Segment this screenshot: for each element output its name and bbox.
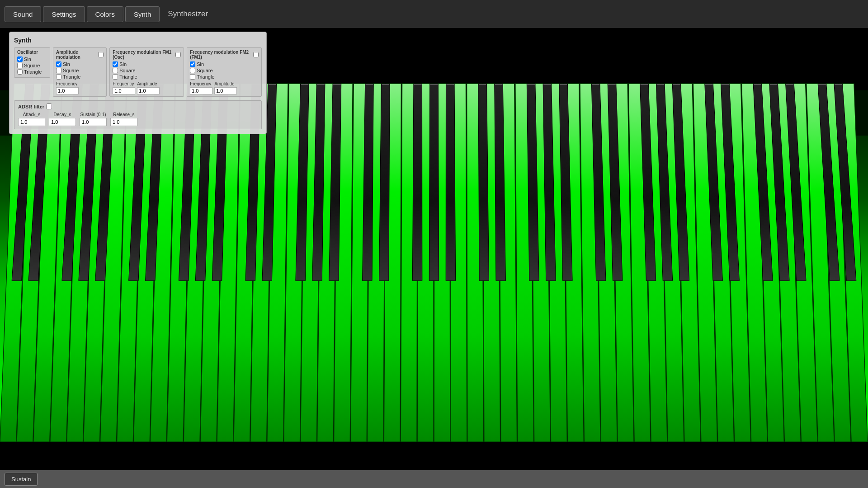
fm2-triangle-label: Triangle [197, 74, 214, 80]
panel-sections: Oscillator Sin Square Triangle Amplitude… [14, 47, 262, 97]
sustain-button[interactable]: Sustain [5, 473, 38, 486]
fm1-square-label: Square [119, 68, 135, 73]
fm1-section: Frequency modulation FM1 (Osc) Sin Squar… [109, 47, 184, 97]
fm1-enable-checkbox[interactable] [175, 52, 181, 57]
settings-tab[interactable]: Settings [43, 6, 85, 22]
fm1-sin-label: Sin [119, 61, 127, 67]
fm2-sin-checkbox[interactable] [190, 61, 195, 67]
fm2-amp-label: Amplitude [214, 81, 237, 86]
fm2-triangle-option: Triangle [190, 74, 259, 80]
osc-triangle-checkbox[interactable] [17, 69, 23, 75]
fm2-section: Frequency modulation FM2 (FM1) Sin Squar… [187, 47, 262, 97]
adsr-attack-label: Attack_s [18, 112, 45, 117]
fm2-square-option: Square [190, 68, 259, 73]
adsr-decay-label: Decay_s [49, 112, 76, 117]
fm1-freq-col: Frequency [113, 81, 135, 94]
osc-square-label: Square [24, 63, 40, 68]
fm1-triangle-label: Triangle [119, 74, 137, 80]
fm2-freq-input[interactable] [190, 87, 212, 94]
adsr-sustain-field: Sustain (0-1) [80, 112, 107, 126]
osc-triangle-option: Triangle [17, 69, 47, 75]
fm1-freq-input[interactable] [113, 87, 135, 94]
amp-sin-checkbox[interactable] [56, 61, 61, 67]
fm2-amp-col: Amplitude [214, 81, 237, 94]
fm1-freq-label: Frequency [113, 81, 135, 86]
fm1-square-option: Square [113, 68, 181, 73]
amp-mod-enable-checkbox[interactable] [98, 52, 104, 57]
amp-sin-label: Sin [63, 61, 70, 67]
fm1-amp-col: Amplitude [137, 81, 160, 94]
sound-tab[interactable]: Sound [5, 6, 41, 22]
fm2-freq-amp-row: Frequency Amplitude [190, 81, 259, 94]
adsr-fields: Attack_s Decay_s Sustain (0-1) Release_s [18, 112, 258, 126]
fm2-sin-option: Sin [190, 61, 259, 67]
svg-marker-94 [446, 84, 455, 281]
adsr-sustain-input[interactable] [80, 118, 107, 126]
fm1-triangle-checkbox[interactable] [113, 74, 118, 80]
adsr-attack-input[interactable] [18, 118, 45, 126]
osc-sin-option: Sin [17, 56, 47, 62]
adsr-sustain-label: Sustain (0-1) [80, 112, 107, 117]
adsr-title: ADSR filter [18, 103, 258, 109]
svg-marker-92 [429, 84, 439, 281]
synth-tab[interactable]: Synth [125, 6, 160, 22]
adsr-section: ADSR filter Attack_s Decay_s Sustain (0-… [14, 100, 262, 129]
fm2-sin-label: Sin [197, 61, 204, 67]
amp-triangle-option: Triangle [56, 74, 104, 80]
fm1-amp-label: Amplitude [137, 81, 160, 86]
osc-sin-label: Sin [24, 56, 31, 62]
fm1-title: Frequency modulation FM1 (Osc) [113, 50, 181, 60]
synth-panel: Synth Oscillator Sin Square Triangle [9, 32, 267, 134]
svg-marker-90 [412, 84, 422, 281]
adsr-release-label: Release_s [110, 112, 137, 117]
amp-square-label: Square [63, 68, 79, 73]
amp-freq-label: Frequency [56, 81, 79, 86]
amp-freq-row: Frequency [56, 81, 104, 94]
oscillator-section: Oscillator Sin Square Triangle [14, 47, 50, 78]
fm1-amp-input[interactable] [137, 87, 160, 94]
fm2-title: Frequency modulation FM2 (FM1) [190, 50, 259, 60]
fm1-sin-option: Sin [113, 61, 181, 67]
oscillator-title: Oscillator [17, 50, 47, 55]
toolbar: Sound Settings Colors Synth Synthesizer [0, 0, 868, 28]
fm1-triangle-option: Triangle [113, 74, 181, 80]
adsr-enable-checkbox[interactable] [46, 103, 52, 109]
fm2-amp-input[interactable] [214, 87, 237, 94]
fm1-sin-checkbox[interactable] [113, 61, 118, 67]
fm1-freq-amp-row: Frequency Amplitude [113, 81, 181, 94]
amp-sin-option: Sin [56, 61, 104, 67]
adsr-attack-field: Attack_s [18, 112, 45, 126]
osc-square-checkbox[interactable] [17, 63, 23, 68]
osc-triangle-label: Triangle [24, 69, 42, 75]
amp-freq-input[interactable] [56, 87, 79, 94]
osc-square-option: Square [17, 63, 47, 68]
adsr-decay-input[interactable] [49, 118, 76, 126]
fm2-square-label: Square [197, 68, 212, 73]
fm2-square-checkbox[interactable] [190, 68, 195, 73]
colors-tab[interactable]: Colors [87, 6, 123, 22]
amp-square-checkbox[interactable] [56, 68, 61, 73]
amp-triangle-checkbox[interactable] [56, 74, 61, 80]
amp-square-option: Square [56, 68, 104, 73]
adsr-release-field: Release_s [110, 112, 137, 126]
fm2-triangle-checkbox[interactable] [190, 74, 195, 80]
synth-panel-title: Synth [14, 37, 262, 44]
adsr-release-input[interactable] [110, 118, 137, 126]
fm2-freq-col: Frequency [190, 81, 212, 94]
amp-triangle-label: Triangle [63, 74, 80, 80]
amplitude-mod-section: Amplitude modulation Sin Square Triangle… [53, 47, 107, 97]
fm2-freq-label: Frequency [190, 81, 212, 86]
osc-sin-checkbox[interactable] [17, 56, 23, 62]
fm1-square-checkbox[interactable] [113, 68, 118, 73]
app-title: Synthesizer [168, 9, 208, 19]
amp-freq-col: Frequency [56, 81, 79, 94]
status-bar: Sustain [0, 470, 868, 488]
amp-mod-title: Amplitude modulation [56, 50, 104, 60]
fm2-enable-checkbox[interactable] [253, 52, 259, 57]
adsr-decay-field: Decay_s [49, 112, 76, 126]
